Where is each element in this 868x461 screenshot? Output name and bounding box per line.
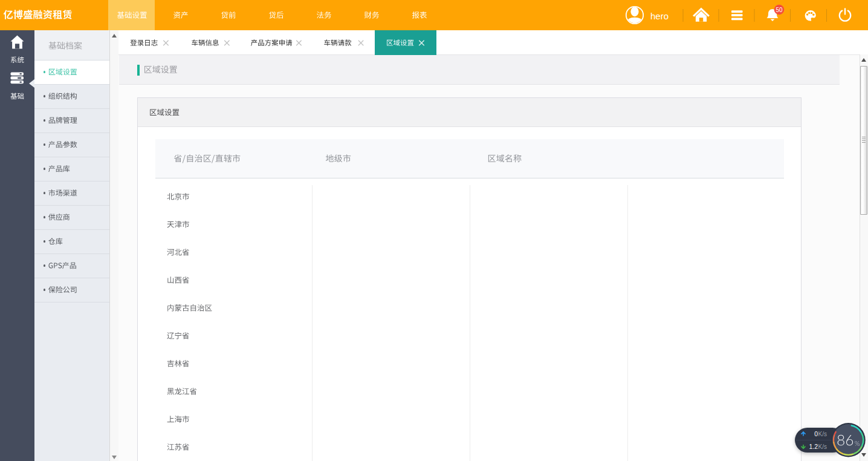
svg-text:K/s: K/s	[818, 431, 827, 437]
svg-text:K/s: K/s	[818, 443, 827, 450]
svg-text:1.2: 1.2	[809, 443, 818, 450]
svg-text:50: 50	[776, 7, 783, 13]
svg-text:0: 0	[814, 430, 818, 437]
